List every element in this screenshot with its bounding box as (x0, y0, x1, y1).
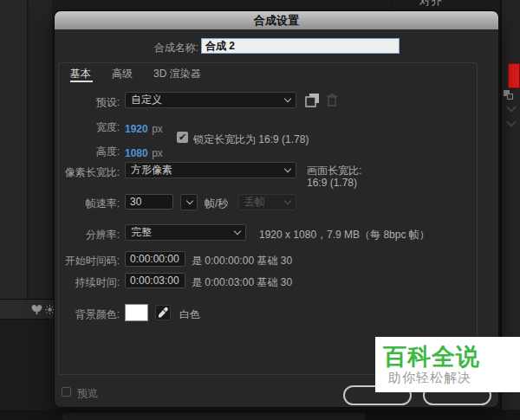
pixel-aspect-label: 像素长宽比: (59, 165, 120, 180)
background-color-label: 背景颜色: (59, 307, 120, 322)
start-timecode-label: 开始时间码: (59, 254, 120, 268)
resolution-label: 分辨率: (59, 228, 120, 242)
frame-rate-label: 帧速率: (59, 197, 120, 211)
watermark-subtitle: 助你轻松解决 (388, 370, 471, 386)
watermark-badge: 百科全说 助你轻松解决 (375, 337, 520, 392)
width-unit: px (152, 123, 163, 135)
basic-settings-panel: 预设: 自定义 宽度: 1920 px 高度: 1080 px ✔ 锁定长宽 (58, 62, 478, 375)
align-panel-title: 对齐 (392, 0, 496, 9)
eyedropper-icon (156, 306, 170, 320)
dialog-title: 合成设置 (254, 13, 299, 29)
width-label: 宽度: (59, 120, 120, 135)
timeline-switch-strip (0, 299, 54, 320)
chevron-down-icon (284, 197, 291, 204)
background-left-panel (0, 0, 28, 299)
lock-aspect-checkbox[interactable]: ✔ (177, 132, 188, 143)
background-panel-strip (29, 0, 52, 299)
background-bottom-band (62, 413, 366, 420)
drop-frame-value: 丢帧 (244, 195, 265, 210)
delete-preset-icon[interactable] (326, 93, 338, 107)
lock-aspect-label: 锁定长宽比为 16:9 (1.78) (193, 132, 309, 147)
preview-checkbox[interactable] (62, 387, 71, 397)
duration-input[interactable] (125, 273, 185, 288)
save-preset-icon[interactable] (305, 93, 320, 107)
dialog-titlebar[interactable]: 合成设置 (55, 11, 498, 29)
preview-label: 预览 (77, 386, 98, 401)
pixel-aspect-value: 方形像素 (131, 163, 172, 178)
duration-info: 是 0:00:03:00 基础 30 (192, 275, 292, 290)
height-value-row: 1080 px (125, 145, 163, 160)
fill-color-swatch[interactable] (508, 63, 520, 88)
background-color-swatch[interactable] (125, 304, 148, 321)
motion-blur-icon[interactable] (31, 304, 42, 315)
resolution-info: 1920 x 1080，7.9 MB（每 8bpc 帧） (259, 228, 430, 242)
resolution-value: 完整 (131, 225, 152, 240)
chevron-down-icon (284, 165, 291, 172)
composition-name-input[interactable] (201, 38, 400, 54)
swap-colors-icon-front (507, 94, 513, 100)
start-timecode-info: 是 0:00:00:00 基础 30 (192, 254, 292, 268)
chevron-down-icon (186, 197, 193, 204)
frame-rate-input[interactable] (125, 194, 173, 210)
duration-label: 持续时间: (59, 275, 120, 290)
preset-value: 自定义 (131, 93, 162, 107)
align-panel-label: 对齐 (419, 0, 442, 9)
watermark-title: 百科全说 (383, 341, 480, 372)
height-unit: px (152, 147, 163, 159)
composition-name-label: 合成名称: (120, 41, 198, 55)
width-value-row: 1920 px (125, 120, 163, 136)
width-value[interactable]: 1920 (125, 123, 148, 135)
eyedropper-button[interactable] (155, 305, 171, 320)
drop-frame-dropdown: 丢帧 (238, 194, 296, 210)
frame-rate-unit: 帧/秒 (205, 197, 228, 211)
background-color-name: 白色 (179, 307, 200, 322)
checkmark-icon: ✔ (179, 132, 186, 143)
pixel-aspect-dropdown[interactable]: 方形像素 (125, 162, 296, 178)
frame-rate-dropdown-button[interactable] (180, 194, 198, 210)
frame-aspect-value: 16:9 (1.78) (307, 177, 357, 189)
chevron-down-icon (234, 228, 241, 235)
start-timecode-input[interactable] (125, 251, 185, 267)
resolution-dropdown[interactable]: 完整 (125, 224, 246, 241)
height-label: 高度: (59, 145, 120, 159)
height-value[interactable]: 1080 (125, 147, 148, 159)
preset-dropdown[interactable]: 自定义 (125, 92, 296, 108)
chevron-down-icon (284, 95, 291, 102)
preset-label: 预设: (59, 95, 120, 110)
